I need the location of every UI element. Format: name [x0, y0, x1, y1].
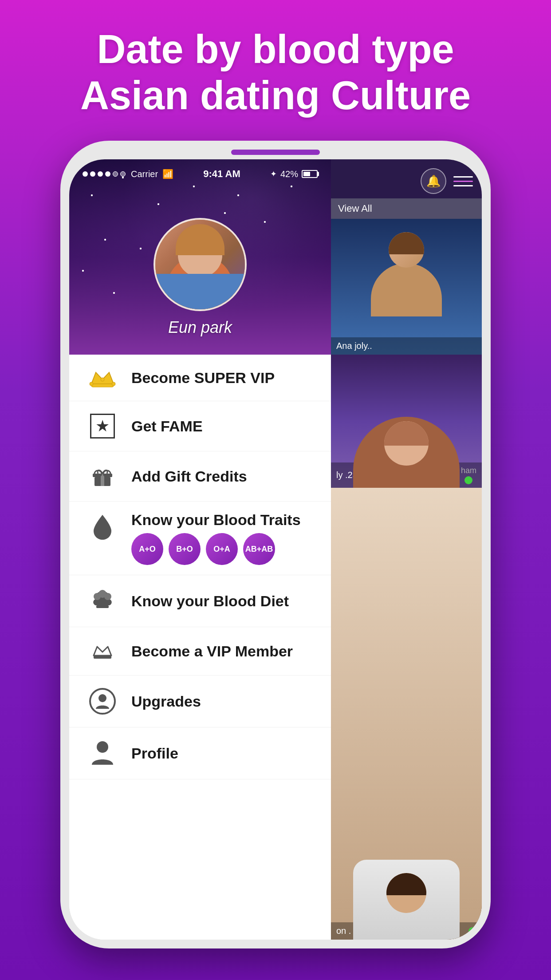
svg-point-16 — [98, 694, 106, 702]
crown-gold-icon — [87, 367, 118, 388]
svg-point-4 — [112, 382, 115, 386]
filter-button[interactable] — [453, 176, 473, 186]
menu-item-vip-member[interactable]: Become a VIP Member — [69, 627, 331, 676]
app-background: Date by blood type Asian dating Culture — [60, 0, 491, 948]
menu-label-blood-diet: Know your Blood Diet — [131, 593, 289, 610]
signal-dot-2 — [90, 171, 95, 177]
signal-dot-1 — [83, 171, 88, 177]
phone-frame: Carrier 📶 9:41 AM ✦ 42% — [60, 141, 491, 948]
avatar-hair — [176, 224, 224, 255]
menu-label-vip-member: Become a VIP Member — [131, 643, 293, 660]
svg-point-3 — [101, 378, 104, 381]
header-section: Carrier 📶 9:41 AM ✦ 42% — [69, 159, 482, 355]
card1-name: Ana joly.. — [336, 341, 372, 351]
right-top-icons: 🔔 — [331, 159, 482, 198]
star-box-icon: ★ — [87, 414, 118, 439]
bell-icon[interactable]: 🔔 — [421, 168, 446, 194]
blood-pill-oa[interactable]: O+A — [206, 533, 238, 565]
menu-list: Become SUPER VIP ★ Get FAME — [69, 355, 331, 940]
profile-avatar-image — [155, 220, 245, 309]
signal-dot-6 — [120, 171, 126, 177]
svg-point-13 — [104, 593, 111, 600]
chef-hat-icon — [87, 588, 118, 614]
svg-rect-1 — [91, 384, 114, 387]
right-card-1[interactable]: Ana joly.. — [331, 219, 482, 355]
menu-item-gift[interactable]: Add Gift Credits — [69, 451, 331, 502]
blood-pill-abab[interactable]: AB+AB — [243, 533, 275, 565]
svg-point-2 — [90, 382, 93, 386]
menu-item-fame[interactable]: ★ Get FAME — [69, 401, 331, 451]
header-right-panel: 🔔 View All — [331, 159, 482, 355]
right-card-2[interactable]: ly .23 ham — [331, 355, 482, 488]
bt-icon: ✦ — [270, 169, 277, 179]
battery-percent: 42% — [280, 169, 298, 179]
menu-label-profile: Profile — [131, 745, 178, 762]
blood-pill-bo[interactable]: B+O — [169, 533, 201, 565]
card1-badge: Ana joly.. — [331, 337, 482, 355]
blood-pill-ao[interactable]: A+O — [131, 533, 163, 565]
status-time: 9:41 AM — [203, 168, 240, 180]
svg-rect-15 — [94, 656, 111, 659]
status-bar: Carrier 📶 9:41 AM ✦ 42% — [69, 159, 331, 184]
signal-dot-5 — [113, 171, 118, 177]
header-line1: Date by blood type — [97, 27, 454, 71]
signal-dot-4 — [105, 171, 110, 177]
svg-point-17 — [97, 741, 108, 753]
menu-item-profile[interactable]: Profile — [69, 727, 331, 779]
svg-marker-14 — [94, 647, 111, 656]
view-all-label[interactable]: View All — [331, 198, 482, 219]
menu-item-upgrades[interactable]: Upgrades — [69, 676, 331, 727]
wifi-icon: 📶 — [162, 169, 173, 179]
avatar-jeans — [155, 274, 245, 309]
menu-label-super-vip: Become SUPER VIP — [131, 369, 275, 387]
profile-name: Eun park — [168, 318, 232, 337]
blood-drop-icon — [87, 511, 118, 541]
header-line2: Asian dating Culture — [80, 73, 471, 118]
signal-dots — [83, 171, 126, 177]
main-content: Become SUPER VIP ★ Get FAME — [69, 355, 482, 940]
online-dot-3 — [468, 927, 476, 935]
status-left: Carrier 📶 — [83, 169, 173, 179]
profile-header: Carrier 📶 9:41 AM ✦ 42% — [69, 159, 331, 355]
carrier-text: Carrier — [131, 169, 158, 179]
menu-label-fame: Get FAME — [131, 418, 203, 435]
right-card-3[interactable]: on . 23 — [331, 488, 482, 940]
profile-person-icon — [87, 740, 118, 767]
menu-label-gift: Add Gift Credits — [131, 468, 247, 485]
battery-icon — [302, 170, 318, 178]
menu-label-upgrades: Upgrades — [131, 693, 201, 710]
phone-screen: Carrier 📶 9:41 AM ✦ 42% — [69, 159, 482, 940]
app-header: Date by blood type Asian dating Culture — [60, 27, 491, 119]
menu-label-blood-traits: Know your Blood Traits — [131, 511, 301, 529]
menu-item-blood-traits[interactable]: Know your Blood Traits A+O B+O O+A AB+AB — [69, 502, 331, 575]
online-dot-2 — [464, 476, 472, 484]
vip-crown-icon — [87, 640, 118, 663]
blood-traits-content: Know your Blood Traits A+O B+O O+A AB+AB — [131, 511, 301, 565]
signal-dot-3 — [98, 171, 103, 177]
right-cards-panel: ly .23 ham — [331, 355, 482, 940]
profile-avatar[interactable] — [153, 218, 247, 311]
gift-icon — [87, 464, 118, 489]
svg-rect-10 — [96, 605, 109, 608]
upgrades-icon — [87, 688, 118, 715]
phone-notch — [231, 150, 320, 155]
status-right: ✦ 42% — [270, 169, 318, 179]
menu-item-blood-diet[interactable]: Know your Blood Diet — [69, 575, 331, 627]
blood-pills: A+O B+O O+A AB+AB — [131, 533, 301, 565]
menu-item-super-vip[interactable]: Become SUPER VIP — [69, 355, 331, 401]
card1-avatar-circle — [389, 232, 424, 268]
